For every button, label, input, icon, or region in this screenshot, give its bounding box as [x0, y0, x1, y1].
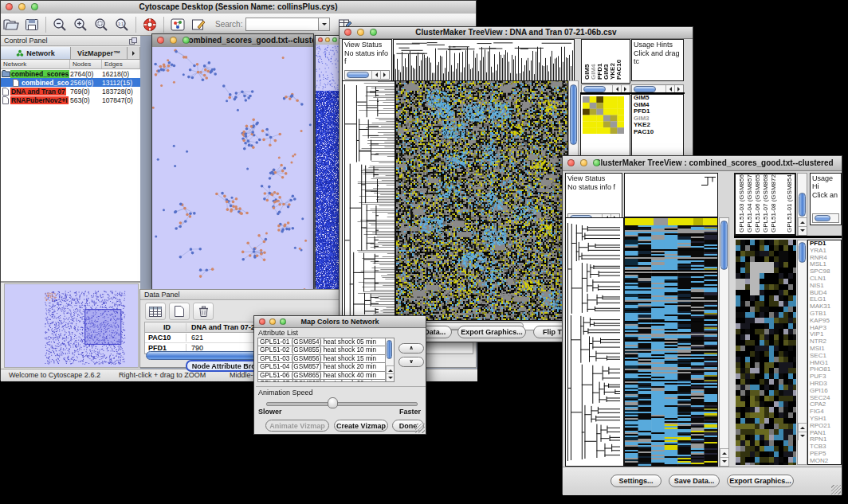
new-attribute-icon[interactable]: [169, 303, 190, 320]
minimize-button[interactable]: [357, 29, 364, 36]
zoom-button[interactable]: [183, 37, 190, 44]
tab-network[interactable]: Network: [1, 47, 71, 59]
scroll-up-button[interactable]: [386, 365, 394, 373]
minimize-button[interactable]: [325, 37, 330, 42]
column-label[interactable]: GPL51-01 (GSM854): [786, 174, 793, 232]
zoom-button[interactable]: [332, 37, 337, 42]
search-dropdown-button[interactable]: [319, 18, 330, 31]
scroll-left-button[interactable]: [371, 71, 380, 79]
column-label[interactable]: GPL51-03 (GSM856): [738, 174, 745, 232]
close-button[interactable]: [157, 37, 164, 44]
minimize-button[interactable]: [580, 159, 587, 166]
zoom-actual-size-button[interactable]: 1:1: [112, 15, 132, 34]
delete-attribute-trash-icon[interactable]: [193, 303, 214, 320]
minimize-button[interactable]: [18, 3, 26, 10]
row-dendrogram-canvas[interactable]: [565, 217, 624, 467]
row-dendrogram-canvas[interactable]: [342, 80, 395, 321]
column-dendrogram-canvas[interactable]: [393, 39, 575, 82]
zoom-out-button[interactable]: [49, 15, 70, 34]
resize-grip[interactable]: [831, 485, 841, 494]
zoom-in-button[interactable]: [70, 15, 91, 34]
scrollbar-thumb[interactable]: [570, 84, 577, 145]
birdseye-view[interactable]: [4, 283, 139, 368]
column-label[interactable]: GPL51-08 (GSM872): [770, 174, 777, 232]
close-button[interactable]: [567, 159, 575, 166]
zoomed-matrix-canvas[interactable]: [583, 96, 624, 134]
export-graphics-button[interactable]: Export Graphics...: [457, 326, 526, 338]
dialog-titlebar[interactable]: Map Colors to Network: [254, 316, 426, 328]
network-table-row[interactable]: RNAPuberNov2+I 563(0) 107847(0): [1, 96, 140, 104]
scrollbar-thumb[interactable]: [799, 242, 806, 263]
column-label[interactable]: PAC10: [615, 41, 622, 80]
attribute-table-icon[interactable]: [145, 303, 166, 320]
network-view-titlebar[interactable]: combined_scores_good.txt--cluste...: [152, 34, 313, 48]
zoom-button[interactable]: [280, 318, 286, 325]
help-lifebuoy-button[interactable]: [139, 15, 160, 34]
network-table-row[interactable]: DNA and Tran 07 769(0) 183728(0): [1, 87, 140, 96]
save-data-button[interactable]: Save Data...: [669, 475, 720, 487]
vizmapper-button[interactable]: [167, 15, 188, 34]
network-graph-canvas[interactable]: [152, 47, 313, 290]
open-session-button[interactable]: [1, 15, 22, 34]
zoom-selected-button[interactable]: [91, 15, 112, 34]
scroll-right-button[interactable]: [380, 71, 389, 79]
minimize-button[interactable]: [170, 37, 177, 44]
gene-label[interactable]: MON2: [808, 458, 841, 465]
scroll-down-button[interactable]: [798, 226, 807, 235]
close-button[interactable]: [318, 37, 323, 42]
scrollbar-thumb[interactable]: [799, 193, 806, 217]
zoom-button[interactable]: [31, 3, 38, 10]
close-button[interactable]: [6, 3, 13, 10]
treeview1-titlebar[interactable]: ClusterMaker TreeView : DNA and Tran 07-…: [340, 27, 693, 39]
speed-slider-track[interactable]: [266, 402, 418, 406]
main-heatmap-canvas[interactable]: [395, 80, 568, 321]
attribute-list-item[interactable]: GPL51-03 (GSM856) heat shock 15 min: [258, 355, 385, 363]
id-column-header[interactable]: ID: [145, 323, 186, 331]
zoom-button[interactable]: [370, 29, 377, 36]
network-table-row[interactable]: combined_scores 2764(0) 16218(0): [1, 69, 140, 78]
annotation-button[interactable]: [188, 15, 209, 34]
column-label[interactable]: GPL51-04 (GSM857): [746, 174, 753, 232]
scrollbar-thumb[interactable]: [720, 221, 728, 270]
column-label[interactable]: GPL51-07 (GSM868): [762, 174, 769, 232]
create-vizmap-button[interactable]: Create Vizmap: [334, 420, 388, 432]
treeview2-titlebar[interactable]: ClusterMaker TreeView : combined_scores_…: [563, 156, 842, 171]
close-button[interactable]: [259, 318, 265, 325]
scrollbar-thumb[interactable]: [347, 72, 369, 78]
attribute-list-item[interactable]: GPL51-07 (GSM868) heat shock 60 min: [258, 380, 385, 381]
scroll-up-button[interactable]: [720, 448, 728, 457]
network-table-row[interactable]: combined_sco 2569(6) 13112(15): [1, 78, 140, 87]
zoom-button[interactable]: [593, 159, 600, 166]
scrollbar-thumb[interactable]: [387, 340, 392, 359]
export-graphics-button[interactable]: Export Graphics...: [727, 475, 794, 487]
scroll-down-button[interactable]: [798, 432, 807, 440]
column-label[interactable]: GPL51-06 (GSM865): [754, 174, 761, 232]
speed-slider-thumb[interactable]: [328, 397, 338, 408]
tab-overflow-button[interactable]: [128, 47, 140, 59]
settings-button[interactable]: Settings...: [610, 475, 662, 487]
gene-label[interactable]: PAC10: [632, 129, 683, 136]
attribute-list-item[interactable]: GPL51-02 (GSM855) heat shock 10 min: [258, 346, 385, 354]
attribute-list-item[interactable]: GPL51-01 (GSM854) heat shock 05 min: [258, 338, 385, 346]
close-button[interactable]: [344, 29, 351, 36]
scrollbar-thumb[interactable]: [583, 86, 606, 92]
scroll-up-button[interactable]: [798, 217, 807, 226]
column-label[interactable]: GPL51-02 (GSM855): [794, 174, 796, 232]
scroll-up-button[interactable]: [798, 423, 807, 432]
scroll-down-button[interactable]: [720, 457, 728, 466]
main-heatmap-canvas[interactable]: [624, 217, 718, 467]
save-session-button[interactable]: [22, 15, 42, 34]
move-up-button[interactable]: ∧: [398, 343, 424, 354]
scrollbar-thumb[interactable]: [815, 215, 830, 221]
column-dendrogram-canvas[interactable]: [624, 173, 718, 217]
move-down-button[interactable]: ∨: [398, 357, 424, 367]
scrollbar-thumb[interactable]: [634, 86, 656, 92]
tab-vizmapper[interactable]: VizMapper™: [71, 47, 128, 59]
search-input[interactable]: [245, 18, 319, 31]
zoomed-heatmap-canvas[interactable]: [736, 240, 796, 465]
attribute-list-item[interactable]: GPL51-04 (GSM857) heat shock 20 min: [258, 363, 385, 371]
scroll-down-button[interactable]: [386, 373, 394, 381]
resize-grip[interactable]: [415, 424, 425, 433]
main-titlebar[interactable]: Cytoscape Desktop (Session Name: collins…: [1, 1, 476, 14]
attribute-list-item[interactable]: GPL51-06 (GSM865) heat shock 40 min: [258, 372, 385, 380]
